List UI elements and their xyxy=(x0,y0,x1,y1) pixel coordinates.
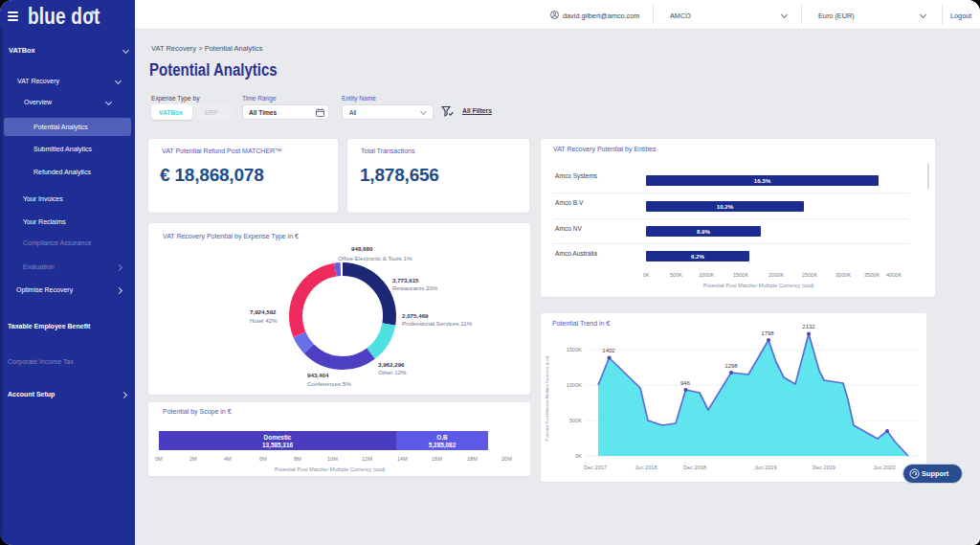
svg-text:Jun 2018: Jun 2018 xyxy=(635,465,657,470)
svg-text:1798: 1798 xyxy=(761,330,774,336)
svg-text:Dec 2017: Dec 2017 xyxy=(584,465,607,470)
svg-text:1000K: 1000K xyxy=(567,382,582,388)
svg-text:Jun 2019: Jun 2019 xyxy=(754,465,776,470)
svg-text:2132: 2132 xyxy=(802,324,815,329)
svg-text:500K: 500K xyxy=(569,418,582,423)
svg-text:Dec 2019: Dec 2019 xyxy=(813,465,835,470)
svg-text:0K: 0K xyxy=(575,453,582,459)
svg-text:Potential Post Matcher Multipl: Potential Post Matcher Multiple Currency… xyxy=(545,355,549,441)
svg-text:946: 946 xyxy=(680,380,691,386)
svg-text:1298: 1298 xyxy=(724,363,738,369)
svg-text:1402: 1402 xyxy=(602,348,615,353)
svg-text:1500K: 1500K xyxy=(567,347,582,352)
svg-text:Jun 2020: Jun 2020 xyxy=(873,465,895,470)
svg-text:Dec 2018: Dec 2018 xyxy=(683,465,706,470)
